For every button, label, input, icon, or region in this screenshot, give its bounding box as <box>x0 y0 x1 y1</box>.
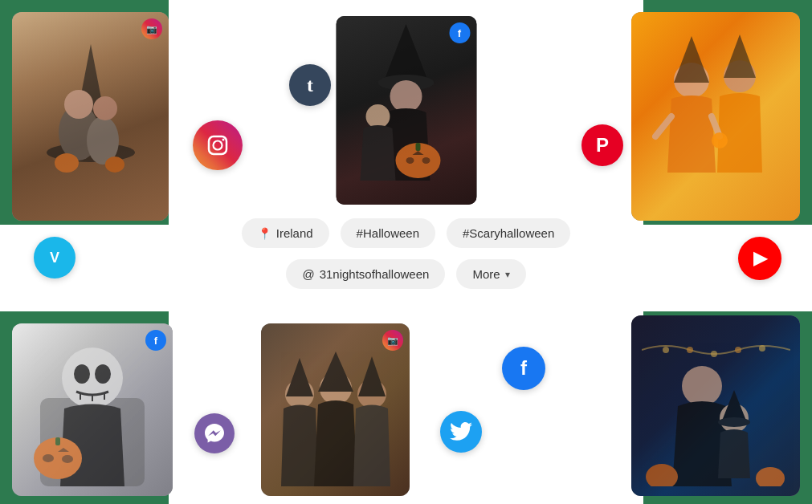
svg-point-18 <box>366 104 390 128</box>
svg-point-26 <box>74 364 90 384</box>
svg-point-50 <box>759 345 765 352</box>
svg-point-33 <box>43 454 54 462</box>
vimeo-icon[interactable]: V <box>34 237 75 278</box>
scaryhalloween-tag-label: #Scaryhalloween <box>463 226 554 240</box>
photo-bottom-right <box>631 315 800 496</box>
svg-point-48 <box>711 351 717 357</box>
svg-point-6 <box>55 153 79 173</box>
svg-marker-10 <box>674 36 709 83</box>
svg-point-23 <box>422 157 430 164</box>
svg-marker-53 <box>722 390 746 421</box>
svg-point-14 <box>712 132 728 148</box>
svg-point-58 <box>214 141 222 150</box>
tumblr-icon[interactable]: t <box>289 64 331 106</box>
photo-bottom-left: f <box>12 323 173 496</box>
more-arrow-icon: ▾ <box>505 269 510 280</box>
svg-marker-15 <box>385 24 428 80</box>
svg-point-51 <box>682 366 722 406</box>
tags-row-1: 📍 Ireland #Halloween #Scaryhalloween <box>242 218 571 248</box>
messenger-icon[interactable] <box>194 413 235 453</box>
tags-area: 📍 Ireland #Halloween #Scaryhalloween @ 3… <box>190 218 623 289</box>
svg-marker-41 <box>358 356 386 396</box>
more-tag[interactable]: More ▾ <box>456 259 525 289</box>
tags-row-2: @ 31nightsofhalloween More ▾ <box>286 259 525 289</box>
svg-point-49 <box>735 347 741 353</box>
svg-marker-11 <box>724 35 756 78</box>
svg-rect-32 <box>55 437 60 445</box>
ireland-tag[interactable]: 📍 Ireland <box>242 218 329 248</box>
svg-point-35 <box>62 455 73 463</box>
photo-bl-social-badge: f <box>145 330 166 351</box>
ireland-tag-label: Ireland <box>276 226 313 240</box>
svg-point-27 <box>95 364 111 384</box>
photo-bottom-middle: 📷 <box>261 323 410 496</box>
svg-point-59 <box>222 139 225 141</box>
svg-rect-20 <box>416 143 421 151</box>
photo-tl-social-badge: 📷 <box>141 18 162 39</box>
youtube-icon[interactable]: ▶ <box>738 237 781 280</box>
pinterest-icon[interactable]: P <box>581 124 623 166</box>
photo-top-right <box>631 12 800 221</box>
svg-point-56 <box>756 467 785 486</box>
svg-line-12 <box>655 116 671 136</box>
username-tag[interactable]: @ 31nightsofhalloween <box>286 259 445 289</box>
svg-point-46 <box>663 347 669 353</box>
svg-marker-39 <box>286 358 313 396</box>
pin-icon: 📍 <box>258 227 271 240</box>
halloween-tag-label: #Halloween <box>357 226 419 240</box>
photo-center-top: f <box>336 16 476 205</box>
photo-top-left: 📷 <box>12 12 169 221</box>
svg-point-54 <box>718 417 750 427</box>
svg-marker-40 <box>318 352 353 392</box>
svg-point-4 <box>64 90 93 119</box>
scaryhalloween-tag[interactable]: #Scaryhalloween <box>447 218 570 248</box>
photo-center-social-badge: f <box>449 22 470 43</box>
instagram-icon[interactable] <box>193 120 243 170</box>
svg-point-7 <box>105 156 124 173</box>
svg-point-5 <box>93 96 117 120</box>
more-tag-label: More <box>472 267 500 281</box>
svg-point-17 <box>390 80 422 112</box>
svg-point-55 <box>646 464 678 486</box>
username-tag-label: 31nightsofhalloween <box>320 267 430 281</box>
photo-bm-social-badge: 📷 <box>382 330 403 351</box>
twitter-icon[interactable] <box>440 411 482 453</box>
halloween-tag[interactable]: #Halloween <box>341 218 435 248</box>
svg-point-22 <box>406 157 414 164</box>
username-at-sign: @ <box>302 267 314 281</box>
svg-point-47 <box>687 347 693 353</box>
facebook-center-icon[interactable]: f <box>502 347 545 390</box>
